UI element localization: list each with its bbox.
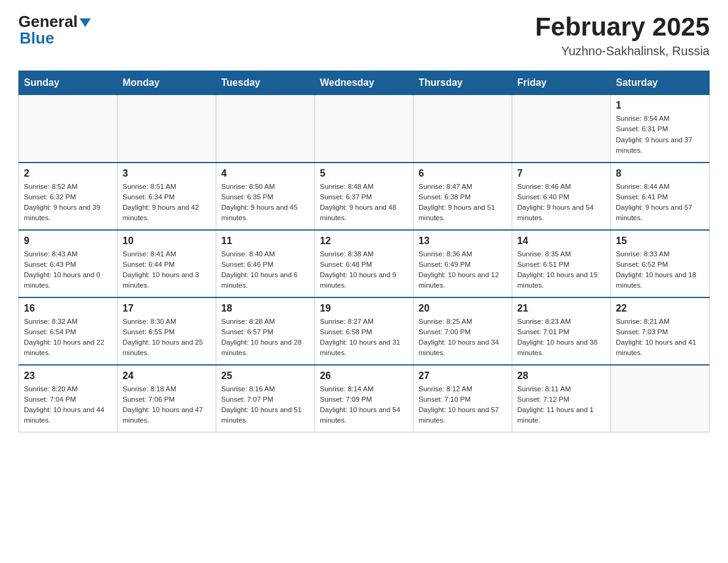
day-number: 2: [24, 168, 112, 179]
calendar-day-cell: 25Sunrise: 8:16 AM Sunset: 7:07 PM Dayli…: [216, 365, 315, 432]
calendar-day-cell: [611, 365, 710, 432]
calendar-day-cell: 2Sunrise: 8:52 AM Sunset: 6:32 PM Daylig…: [19, 163, 118, 230]
calendar-day-cell: 17Sunrise: 8:30 AM Sunset: 6:55 PM Dayli…: [118, 297, 216, 365]
day-number: 23: [24, 370, 112, 381]
day-number: 26: [320, 370, 408, 381]
calendar-day-cell: 23Sunrise: 8:20 AM Sunset: 7:04 PM Dayli…: [19, 365, 118, 432]
day-number: 16: [24, 303, 112, 314]
day-info: Sunrise: 8:20 AM Sunset: 7:04 PM Dayligh…: [24, 384, 112, 426]
calendar-day-cell: [414, 95, 512, 163]
day-info: Sunrise: 8:32 AM Sunset: 6:54 PM Dayligh…: [24, 316, 112, 359]
day-number: 27: [419, 370, 507, 381]
calendar-week-row: 9Sunrise: 8:43 AM Sunset: 6:43 PM Daylig…: [19, 230, 710, 297]
day-info: Sunrise: 8:41 AM Sunset: 6:44 PM Dayligh…: [123, 249, 211, 291]
day-info: Sunrise: 8:51 AM Sunset: 6:34 PM Dayligh…: [123, 182, 211, 224]
day-info: Sunrise: 8:50 AM Sunset: 6:35 PM Dayligh…: [221, 182, 309, 224]
calendar-day-cell: 4Sunrise: 8:50 AM Sunset: 6:35 PM Daylig…: [216, 163, 315, 230]
title-block: February 2025 Yuzhno-Sakhalinsk, Russia: [535, 12, 710, 58]
day-number: 6: [419, 168, 507, 179]
day-info: Sunrise: 8:40 AM Sunset: 6:46 PM Dayligh…: [221, 249, 309, 291]
calendar-day-cell: 11Sunrise: 8:40 AM Sunset: 6:46 PM Dayli…: [216, 230, 315, 297]
page-header: General Blue February 2025 Yuzhno-Sakhal…: [18, 12, 710, 58]
calendar-day-cell: 6Sunrise: 8:47 AM Sunset: 6:38 PM Daylig…: [414, 163, 512, 230]
calendar-day-cell: 16Sunrise: 8:32 AM Sunset: 6:54 PM Dayli…: [19, 297, 118, 365]
day-info: Sunrise: 8:30 AM Sunset: 6:55 PM Dayligh…: [123, 316, 211, 359]
day-number: 17: [123, 303, 211, 314]
logo: General Blue: [18, 12, 91, 48]
day-info: Sunrise: 8:14 AM Sunset: 7:09 PM Dayligh…: [320, 384, 408, 426]
day-number: 18: [221, 303, 309, 314]
calendar-day-cell: 14Sunrise: 8:35 AM Sunset: 6:51 PM Dayli…: [512, 230, 611, 297]
day-info: Sunrise: 8:38 AM Sunset: 6:48 PM Dayligh…: [320, 249, 408, 291]
day-number: 19: [320, 303, 408, 314]
calendar-header-row: Sunday Monday Tuesday Wednesday Thursday…: [19, 71, 710, 95]
calendar-day-cell: 13Sunrise: 8:36 AM Sunset: 6:49 PM Dayli…: [414, 230, 512, 297]
header-wednesday: Wednesday: [315, 71, 414, 95]
calendar-day-cell: 9Sunrise: 8:43 AM Sunset: 6:43 PM Daylig…: [19, 230, 118, 297]
day-number: 22: [616, 303, 704, 314]
day-info: Sunrise: 8:54 AM Sunset: 6:31 PM Dayligh…: [616, 113, 704, 156]
calendar-day-cell: [19, 95, 118, 163]
day-info: Sunrise: 8:25 AM Sunset: 7:00 PM Dayligh…: [419, 316, 507, 359]
header-thursday: Thursday: [414, 71, 512, 95]
day-number: 21: [517, 303, 605, 314]
calendar-day-cell: 20Sunrise: 8:25 AM Sunset: 7:00 PM Dayli…: [414, 297, 512, 365]
calendar-day-cell: [512, 95, 611, 163]
calendar-day-cell: [216, 95, 315, 163]
day-info: Sunrise: 8:43 AM Sunset: 6:43 PM Dayligh…: [24, 249, 112, 291]
day-info: Sunrise: 8:33 AM Sunset: 6:52 PM Dayligh…: [616, 249, 704, 291]
day-info: Sunrise: 8:36 AM Sunset: 6:49 PM Dayligh…: [419, 249, 507, 291]
day-info: Sunrise: 8:18 AM Sunset: 7:06 PM Dayligh…: [123, 384, 211, 426]
calendar-day-cell: 12Sunrise: 8:38 AM Sunset: 6:48 PM Dayli…: [315, 230, 414, 297]
calendar-week-row: 2Sunrise: 8:52 AM Sunset: 6:32 PM Daylig…: [19, 163, 710, 230]
day-number: 3: [123, 168, 211, 179]
calendar-day-cell: 19Sunrise: 8:27 AM Sunset: 6:58 PM Dayli…: [315, 297, 414, 365]
calendar-day-cell: 1Sunrise: 8:54 AM Sunset: 6:31 PM Daylig…: [611, 95, 710, 163]
day-info: Sunrise: 8:27 AM Sunset: 6:58 PM Dayligh…: [320, 316, 408, 359]
calendar-day-cell: 7Sunrise: 8:46 AM Sunset: 6:40 PM Daylig…: [512, 163, 611, 230]
header-monday: Monday: [118, 71, 216, 95]
day-number: 25: [221, 370, 309, 381]
day-info: Sunrise: 8:44 AM Sunset: 6:41 PM Dayligh…: [616, 182, 704, 224]
day-number: 20: [419, 303, 507, 314]
day-info: Sunrise: 8:12 AM Sunset: 7:10 PM Dayligh…: [419, 384, 507, 426]
calendar-day-cell: 21Sunrise: 8:23 AM Sunset: 7:01 PM Dayli…: [512, 297, 611, 365]
calendar-day-cell: [315, 95, 414, 163]
calendar-day-cell: 15Sunrise: 8:33 AM Sunset: 6:52 PM Dayli…: [611, 230, 710, 297]
day-number: 15: [616, 236, 704, 247]
day-number: 12: [320, 236, 408, 247]
logo-text-blue: Blue: [18, 29, 54, 48]
calendar-day-cell: 8Sunrise: 8:44 AM Sunset: 6:41 PM Daylig…: [611, 163, 710, 230]
day-number: 14: [517, 236, 605, 247]
calendar-title: February 2025: [535, 12, 710, 42]
calendar-day-cell: 26Sunrise: 8:14 AM Sunset: 7:09 PM Dayli…: [315, 365, 414, 432]
header-tuesday: Tuesday: [216, 71, 315, 95]
header-saturday: Saturday: [611, 71, 710, 95]
calendar-table: Sunday Monday Tuesday Wednesday Thursday…: [18, 71, 710, 432]
day-number: 11: [221, 236, 309, 247]
day-info: Sunrise: 8:11 AM Sunset: 7:12 PM Dayligh…: [517, 384, 605, 426]
calendar-day-cell: 22Sunrise: 8:21 AM Sunset: 7:03 PM Dayli…: [611, 297, 710, 365]
day-info: Sunrise: 8:47 AM Sunset: 6:38 PM Dayligh…: [419, 182, 507, 224]
day-number: 24: [123, 370, 211, 381]
day-info: Sunrise: 8:48 AM Sunset: 6:37 PM Dayligh…: [320, 182, 408, 224]
calendar-day-cell: 3Sunrise: 8:51 AM Sunset: 6:34 PM Daylig…: [118, 163, 216, 230]
header-friday: Friday: [512, 71, 611, 95]
day-number: 4: [221, 168, 309, 179]
calendar-day-cell: 5Sunrise: 8:48 AM Sunset: 6:37 PM Daylig…: [315, 163, 414, 230]
day-info: Sunrise: 8:35 AM Sunset: 6:51 PM Dayligh…: [517, 249, 605, 291]
calendar-day-cell: 28Sunrise: 8:11 AM Sunset: 7:12 PM Dayli…: [512, 365, 611, 432]
calendar-day-cell: [118, 95, 216, 163]
header-sunday: Sunday: [19, 71, 118, 95]
day-info: Sunrise: 8:46 AM Sunset: 6:40 PM Dayligh…: [517, 182, 605, 224]
day-number: 9: [24, 236, 112, 247]
calendar-week-row: 23Sunrise: 8:20 AM Sunset: 7:04 PM Dayli…: [19, 365, 710, 432]
calendar-day-cell: 27Sunrise: 8:12 AM Sunset: 7:10 PM Dayli…: [414, 365, 512, 432]
day-number: 10: [123, 236, 211, 247]
calendar-day-cell: 24Sunrise: 8:18 AM Sunset: 7:06 PM Dayli…: [118, 365, 216, 432]
logo-triangle-icon: [80, 18, 91, 27]
day-number: 5: [320, 168, 408, 179]
calendar-subtitle: Yuzhno-Sakhalinsk, Russia: [535, 44, 710, 58]
day-info: Sunrise: 8:23 AM Sunset: 7:01 PM Dayligh…: [517, 316, 605, 359]
day-info: Sunrise: 8:21 AM Sunset: 7:03 PM Dayligh…: [616, 316, 704, 359]
